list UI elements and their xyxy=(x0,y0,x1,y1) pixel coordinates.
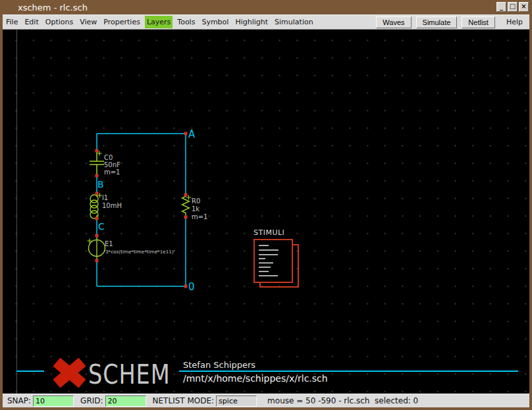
grid-label: GRID: xyxy=(80,396,103,405)
menu-edit[interactable]: Edit xyxy=(22,16,40,28)
menu-options[interactable]: Options xyxy=(43,16,75,28)
menu-view[interactable]: View xyxy=(78,16,99,28)
stimuli-box[interactable] xyxy=(254,240,298,287)
menu-bar: File Edit Options View Properties Layers… xyxy=(3,14,529,30)
resistor-value: 1k xyxy=(192,206,200,213)
waves-button[interactable]: Waves xyxy=(376,16,411,28)
node-label-b[interactable]: B xyxy=(97,180,104,189)
snap-label: SNAP: xyxy=(7,396,31,405)
xschem-logo-x-icon xyxy=(57,362,82,384)
capacitor-ref: C0 xyxy=(104,155,113,161)
menu-layers[interactable]: Layers xyxy=(145,16,173,28)
logo-author: Stefan Schippers xyxy=(183,360,255,370)
inductor-value: 10mH xyxy=(102,203,122,209)
stimuli-title[interactable]: STIMULI xyxy=(253,229,284,236)
capacitor-value: 50nF xyxy=(104,162,120,168)
netlist-mode-label: NETLIST MODE: xyxy=(153,396,215,405)
menu-simulation[interactable]: Simulation xyxy=(273,16,315,28)
window-title: xschem - rlc.sch xyxy=(18,3,88,13)
xschem-wordmark: SCHEM xyxy=(88,359,170,390)
capacitor-mult: m=1 xyxy=(104,169,120,176)
capacitor-symbol[interactable] xyxy=(90,151,104,175)
xschem-window: xschem - rlc.sch _ □ × File Edit Options… xyxy=(0,0,532,410)
resistor-mult: m=1 xyxy=(192,214,207,220)
mouse-status-text: mouse = 50 -590 - rlc.sch selected: 0 xyxy=(267,396,418,405)
logo-divider-line-left xyxy=(16,371,44,372)
simulate-button[interactable]: Simulate xyxy=(416,16,458,28)
vsource-expression: '3*cos(time*time*time*1e11)' xyxy=(104,249,175,254)
title-bar[interactable]: xschem - rlc.sch _ □ × xyxy=(0,0,532,14)
schematic-canvas[interactable]: A B C 0 C0 50nF m=1 l1 10mH E1 '3*cos(ti… xyxy=(3,30,529,394)
maximize-button[interactable]: □ xyxy=(508,2,518,12)
resistor-symbol[interactable] xyxy=(182,195,192,217)
inductor-ref: l1 xyxy=(102,195,108,201)
inductor-symbol[interactable] xyxy=(90,193,102,219)
snap-input[interactable] xyxy=(33,396,74,407)
menu-tools[interactable]: Tools xyxy=(175,16,197,28)
menu-file[interactable]: File xyxy=(4,16,20,28)
menu-help[interactable]: Help xyxy=(501,16,528,28)
node-label-ground[interactable]: 0 xyxy=(188,282,195,292)
node-label-a[interactable]: A xyxy=(188,130,195,140)
menu-symbol[interactable]: Symbol xyxy=(200,16,230,28)
menu-properties[interactable]: Properties xyxy=(101,16,142,28)
schematic-file-path: /mnt/x/home/schippes/x/rlc.sch xyxy=(183,373,328,384)
node-label-c[interactable]: C xyxy=(98,222,105,231)
netlist-button[interactable]: Netlist xyxy=(462,16,495,28)
resistor-ref: R0 xyxy=(192,198,200,205)
netlist-mode-input[interactable] xyxy=(216,396,257,407)
minimize-button[interactable]: _ xyxy=(496,2,506,12)
status-bar: SNAP: GRID: NETLIST MODE: mouse = 50 -59… xyxy=(3,394,529,407)
menu-highlight[interactable]: Highlight xyxy=(233,16,270,28)
window-controls: _ □ × xyxy=(496,2,529,12)
schematic-drawing xyxy=(3,30,529,394)
vsource-symbol[interactable] xyxy=(88,236,105,261)
close-button[interactable]: × xyxy=(519,2,529,12)
logo-divider-line xyxy=(179,371,518,372)
vsource-ref: E1 xyxy=(105,241,113,247)
grid-input[interactable] xyxy=(105,396,146,407)
